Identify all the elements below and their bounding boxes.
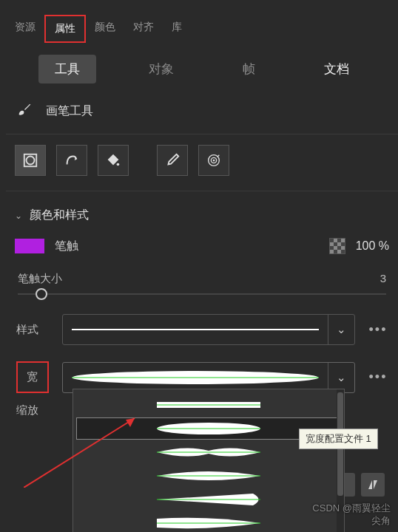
mode-row <box>6 145 398 191</box>
tooltip: 宽度配置文件 1 <box>299 429 378 449</box>
tab-properties[interactable]: 属性 <box>44 15 86 43</box>
width-profile-option-0[interactable] <box>76 394 341 416</box>
style-dropdown[interactable]: ⌄ <box>62 314 355 345</box>
flip-v-button[interactable] <box>361 473 385 497</box>
slider-thumb[interactable] <box>36 288 47 300</box>
tab-align[interactable]: 对齐 <box>124 15 163 43</box>
section-color-style[interactable]: ⌄ 颜色和样式 <box>6 202 398 238</box>
style-row: 样式 ⌄ ••• <box>6 314 398 361</box>
tool-name: 画笔工具 <box>46 103 93 119</box>
style-label: 样式 <box>16 323 49 337</box>
width-profile-option-5[interactable] <box>76 512 341 532</box>
slider-track <box>18 293 386 295</box>
subtab-object[interactable]: 对象 <box>132 55 190 83</box>
annotation-arrow <box>24 414 142 491</box>
chevron-down-icon: ⌄ <box>328 363 354 392</box>
width-profile-option-4[interactable] <box>76 488 341 511</box>
stroke-size-row: 笔触大小 3 <box>6 272 398 293</box>
width-preview <box>70 370 320 385</box>
section-title: 颜色和样式 <box>30 208 89 223</box>
sub-tabs: 工具 对象 帧 文档 <box>6 43 398 92</box>
tab-resources[interactable]: 资源 <box>6 15 44 43</box>
stroke-row: 笔触 100 % <box>6 238 398 272</box>
style-preview-line <box>72 329 319 330</box>
fill-button[interactable] <box>98 145 129 176</box>
svg-point-3 <box>117 163 120 166</box>
stroke-size-label: 笔触大小 <box>18 272 62 286</box>
svg-line-18 <box>24 418 135 488</box>
stroke-size-value[interactable]: 3 <box>380 272 386 286</box>
top-tabs: 资源 属性 颜色 对齐 库 <box>6 0 398 43</box>
svg-point-6 <box>213 160 215 162</box>
stroke-size-slider[interactable] <box>6 293 398 314</box>
opacity-swatch[interactable] <box>329 238 345 254</box>
chevron-down-icon: ⌄ <box>328 315 354 344</box>
divider <box>6 191 398 191</box>
width-label: 宽 <box>16 361 49 393</box>
chevron-down-icon: ⌄ <box>15 211 22 221</box>
brush-icon <box>16 101 33 120</box>
divider <box>6 134 398 134</box>
smooth-button[interactable] <box>56 145 87 176</box>
subtab-frame[interactable]: 帧 <box>226 55 271 83</box>
subtab-document[interactable]: 文档 <box>308 55 365 83</box>
eyedropper-button[interactable] <box>157 145 188 176</box>
stroke-color-swatch[interactable] <box>15 239 44 253</box>
tab-library[interactable]: 库 <box>163 15 191 43</box>
opacity-value[interactable]: 100 % <box>356 239 389 253</box>
stroke-label: 笔触 <box>55 239 78 254</box>
target-button[interactable] <box>198 145 229 176</box>
svg-point-1 <box>27 157 35 165</box>
watermark: CSDN @雨翼轻尘 尖角 <box>312 502 391 528</box>
tool-header: 画笔工具 <box>6 92 398 134</box>
tab-color[interactable]: 颜色 <box>86 15 124 43</box>
more-options-icon[interactable]: ••• <box>368 322 388 338</box>
object-drawing-button[interactable] <box>15 145 46 176</box>
subtab-tool[interactable]: 工具 <box>38 55 96 83</box>
more-options-icon[interactable]: ••• <box>368 369 388 385</box>
